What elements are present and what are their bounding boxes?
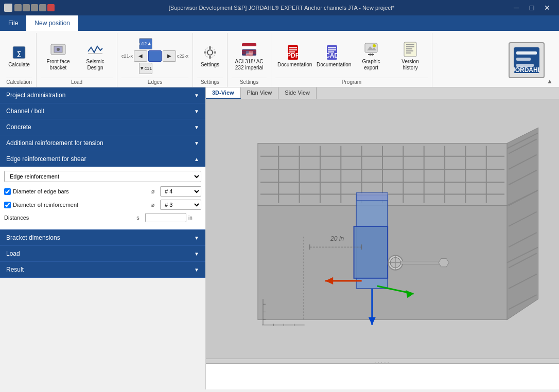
ribbon-group-content-settings: Settings <box>197 35 223 77</box>
graphic-export-button[interactable]: Graphic export <box>354 39 389 73</box>
version-history-button[interactable]: Version history <box>393 39 428 73</box>
menu-file[interactable]: File <box>0 15 26 31</box>
window-title: [Supervisor Development S&P] JORDAHL® EX… <box>55 5 509 11</box>
svg-rect-80 <box>400 261 442 264</box>
accordion-channel-bolt: Channel / bolt ▼ <box>0 103 205 119</box>
view-tabs: 3D-View Plan View Side View <box>206 87 559 99</box>
front-face-label: Front face bracket <box>43 59 74 71</box>
doc1-label: Documentation <box>277 62 308 68</box>
3d-view-canvas: 20 in <box>206 99 559 359</box>
accordion-header-project-admin[interactable]: Project administration ▼ <box>0 87 205 103</box>
channel-bolt-label: Channel / bolt <box>6 108 44 115</box>
svg-rect-39 <box>516 58 531 61</box>
result-chevron: ▼ <box>194 267 199 273</box>
accordion-header-add-reinf[interactable]: Additional reinforcement for tension ▼ <box>0 135 205 151</box>
accordion-header-edge-reinf[interactable]: Edge reinforcement for shear ▲ <box>0 151 205 167</box>
ribbon-group-content-load: Front face bracket Seismic Design <box>41 35 113 77</box>
documentation2-button[interactable]: CAD Documentation <box>315 42 350 70</box>
maximize-button[interactable]: □ <box>524 0 539 15</box>
title-controls: ─ □ ✕ <box>509 0 555 15</box>
project-admin-label: Project administration <box>6 92 65 99</box>
close-button[interactable]: ✕ <box>539 0 555 15</box>
c22-button[interactable]: ▶ <box>163 50 176 62</box>
edge-reinf-chevron: ▲ <box>194 156 199 162</box>
ribbon-group-label-edges: Edges <box>121 78 188 85</box>
accordion-header-load[interactable]: Load ▼ <box>0 246 205 261</box>
svg-text:∑: ∑ <box>17 50 22 57</box>
ribbon-group-label-load: Load <box>41 78 113 85</box>
ribbon: ∑ Calculate Calculation Front face brack… <box>0 31 559 87</box>
title-bar-left <box>4 4 55 12</box>
edge-row-bottom: ▼ c11 <box>121 63 188 74</box>
distances-unit: in <box>188 215 201 221</box>
svg-rect-8 <box>209 46 211 49</box>
minimize-button[interactable]: ─ <box>509 0 524 15</box>
documentation1-button[interactable]: PDF Documentation <box>275 42 310 70</box>
resize-handle[interactable]: ..... <box>206 359 559 364</box>
diameter-edge-bars-label: Diameter of edge bars <box>13 188 146 194</box>
accordion-header-channel[interactable]: Channel / bolt ▼ <box>0 103 205 119</box>
accordion-result: Result ▼ <box>0 262 205 278</box>
diameter-reinf-label: Diameter of reinforcement <box>13 202 146 208</box>
diameter-reinf-checkbox[interactable] <box>4 202 11 208</box>
diameter-reinf-symbol: ø <box>148 202 158 208</box>
accordion-header-result[interactable]: Result ▼ <box>0 262 205 277</box>
settings-button[interactable]: Settings <box>197 42 223 70</box>
diameter-edge-bars-row: Diameter of edge bars ø # 4 # 3 # 5 <box>4 186 201 197</box>
ribbon-group-calculation: ∑ Calculate Calculation <box>2 33 37 87</box>
svg-text:🇺🇸: 🇺🇸 <box>246 49 253 57</box>
output-panel <box>206 364 559 389</box>
c12-button[interactable]: c12 ▲ <box>139 38 152 49</box>
logo-area: JORDAHL <box>506 33 547 87</box>
seismic-icon <box>87 41 103 58</box>
diameter-reinf-select[interactable]: # 3 # 4 # 5 <box>160 200 201 210</box>
ribbon-group-label-settings: Settings <box>197 78 223 85</box>
title-bar: [Supervisor Development S&P] JORDAHL® EX… <box>0 0 559 15</box>
ribbon-group-label-program: Program <box>275 78 428 85</box>
accordion-header-bracket[interactable]: Bracket dimensions ▼ <box>0 230 205 245</box>
diameter-edge-bars-select[interactable]: # 4 # 3 # 5 <box>160 186 201 197</box>
edge-buttons: c12 ▲ c21-x ◀ ▶ c22-x <box>121 38 188 74</box>
tab-side-view[interactable]: Side View <box>278 87 317 99</box>
front-face-bracket-button[interactable]: Front face bracket <box>41 39 76 73</box>
distances-input[interactable]: 3,000 <box>145 213 186 222</box>
svg-rect-25 <box>328 47 336 48</box>
right-panel: 3D-View Plan View Side View <box>206 87 559 389</box>
channel-bolt-chevron: ▼ <box>194 109 199 114</box>
doc2-label: Documentation <box>317 62 347 68</box>
svg-text:CAD: CAD <box>325 52 339 59</box>
accordion-add-reinf: Additional reinforcement for tension ▼ <box>0 135 205 151</box>
aci-label: ACI 318/ AC 232 imperial <box>234 59 265 71</box>
view-area[interactable]: 20 in <box>206 99 559 359</box>
svg-point-6 <box>207 50 213 55</box>
c21-button[interactable]: ◀ <box>134 50 147 62</box>
tab-3d-view[interactable]: 3D-View <box>206 87 241 99</box>
aci318-button[interactable]: 🇺🇸 ACI 318/ AC 232 imperial <box>232 39 267 73</box>
ribbon-group-label-aci: Settings <box>232 78 267 85</box>
accordion-bracket: Bracket dimensions ▼ <box>0 230 205 246</box>
c11-button[interactable]: ▼ c11 <box>139 63 152 74</box>
tab-plan-view[interactable]: Plan View <box>241 87 279 99</box>
seismic-design-button[interactable]: Seismic Design <box>78 39 113 73</box>
c21x-label: c21-x <box>121 54 133 59</box>
menu-bar: File New position <box>0 15 559 31</box>
edge-center <box>148 50 162 62</box>
add-reinf-chevron: ▼ <box>194 140 199 146</box>
edge-reinf-label: Edge reinforcement for shear <box>6 155 86 163</box>
c22x-label: c22-x <box>177 54 188 59</box>
ribbon-collapse-button[interactable]: ▲ <box>547 33 557 87</box>
ribbon-group-label-calc: Calculation <box>6 78 32 85</box>
edge-reinf-content: Edge reinforcement Diameter of edge bars… <box>0 167 205 229</box>
menu-new-position[interactable]: New position <box>26 15 78 31</box>
distances-symbol: s <box>133 215 143 221</box>
svg-rect-33 <box>406 46 414 47</box>
edge-reinf-dropdown[interactable]: Edge reinforcement <box>4 171 201 182</box>
edge-row-top: c12 ▲ <box>121 38 188 49</box>
diameter-edge-bars-checkbox[interactable] <box>4 188 11 195</box>
diameter-edge-bars-symbol: ø <box>148 188 158 194</box>
accordion-header-concrete[interactable]: Concrete ▼ <box>0 119 205 135</box>
svg-rect-21 <box>289 49 297 50</box>
calculate-button[interactable]: ∑ Calculate <box>6 42 32 70</box>
svg-rect-74 <box>357 192 388 200</box>
project-admin-chevron: ▼ <box>194 93 199 98</box>
